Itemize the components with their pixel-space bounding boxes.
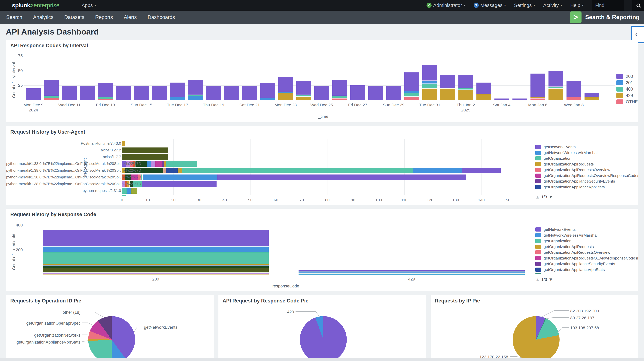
legend-item[interactable]: getOrganizationApplianceVpnStatuses [535,190,638,192]
legend-item[interactable]: getOrganizationApiRequestsOverview [535,250,638,255]
pie-chart[interactable] [88,316,135,358]
stacked-bar[interactable] [134,86,149,100]
legend-item[interactable]: getNetworkWirelessAirMarshal [535,150,638,156]
y-axis-tick-label: 200 [8,248,23,252]
legend-item[interactable]: getOrganizationApplianceVpnStats [535,184,638,190]
stacked-bar[interactable] [98,83,113,100]
appbar-item-datasets[interactable]: Datasets [64,14,84,20]
apps-menu[interactable]: Apps ▾ [82,2,96,8]
stacked-hbar[interactable] [122,195,126,196]
stacked-bar[interactable] [44,80,59,100]
stacked-bar[interactable] [476,82,491,100]
stacked-bar[interactable] [494,98,509,100]
stacked-bar[interactable] [422,65,437,100]
legend-item[interactable]: getOrganizationApiRequestsOverviewRespon… [535,173,638,178]
stacked-bar[interactable] [242,86,257,100]
help-menu[interactable]: Help ▾ [570,2,584,8]
bar-segment [584,98,599,100]
stacked-bar[interactable] [298,270,525,275]
stacked-hbar[interactable] [122,141,124,146]
legend-page-down-icon[interactable]: ▼ [548,194,553,200]
stacked-bar[interactable] [530,74,545,100]
stacked-bar[interactable] [386,86,401,100]
stacked-bar[interactable] [566,81,581,100]
appbar-item-analytics[interactable]: Analytics [33,14,54,20]
stacked-hbar[interactable] [122,148,168,153]
find-search-box[interactable] [592,0,624,11]
legend-page-down-icon[interactable]: ▼ [548,277,553,282]
legend-item[interactable]: OTHER [616,99,638,105]
stacked-hbar[interactable] [122,188,137,194]
legend-item[interactable]: getOrganization [535,156,638,161]
search-button[interactable] [632,0,644,11]
legend-item[interactable]: getNetworkWirelessAirMarshal [535,232,638,238]
stacked-bar[interactable] [260,83,275,100]
stacked-hbar[interactable] [122,174,466,180]
stacked-bar[interactable] [350,85,365,100]
splunk-logo[interactable]: splunk > enterprise [12,2,60,9]
x-axis-tick-label: 140 [476,198,487,202]
bar-segment [298,271,525,272]
bar-segment [164,161,166,166]
legend-item[interactable]: 400 [616,86,638,92]
legend-page-up-icon[interactable]: ▲ [535,277,540,282]
stacked-bar[interactable] [42,230,269,275]
appbar-item-alerts[interactable]: Alerts [124,14,137,20]
bar-segment [224,86,239,100]
stacked-bar[interactable] [404,72,419,100]
legend-page-up-icon[interactable]: ▲ [535,194,540,200]
stacked-bar[interactable] [548,71,563,100]
panel-title: Request History by Response Code [10,212,96,218]
settings-menu[interactable]: Settings ▾ [514,2,535,8]
stacked-bar[interactable] [440,75,455,100]
pie-chart[interactable] [300,316,347,358]
stacked-bar[interactable] [332,80,347,100]
appbar-item-search[interactable]: Search [6,14,22,20]
bar-segment [147,161,151,166]
stacked-bar[interactable] [188,80,203,100]
stacked-bar[interactable] [152,86,167,100]
stacked-bar[interactable] [584,93,599,100]
stacked-bar[interactable] [26,88,41,100]
stacked-bar[interactable] [458,75,473,100]
stacked-bar[interactable] [296,81,311,100]
horizontal-scrollbar[interactable] [0,358,644,361]
legend-item[interactable]: getOrganizationApplianceVpnStats [535,267,638,273]
stacked-hbar[interactable] [122,154,168,160]
stacked-bar[interactable] [224,86,239,100]
appbar-item-dashboards[interactable]: Dashboards [148,14,175,20]
stacked-bar[interactable] [512,98,527,100]
appbar-item-reports[interactable]: Reports [95,14,113,20]
legend-item[interactable]: getOrganizationApiRequestsO...viewRespon… [535,255,638,261]
messages-menu[interactable]: 3 Messages ▾ [474,2,506,8]
legend-item[interactable]: 200 [616,73,638,80]
legend-item[interactable]: getOrganizationApplianceSecurityEvents [535,178,638,184]
stacked-bar[interactable] [206,86,221,100]
legend-item[interactable]: getOrganization [535,238,638,244]
pie-chart[interactable] [513,316,560,358]
stacked-bar[interactable] [278,77,293,100]
current-app[interactable]: > Search & Reporting [570,12,640,23]
tick-line: Mon Dec 23 [270,102,302,108]
legend-item[interactable]: getOrganizationApplianceVpnStatuses [535,272,638,274]
bar-segment [298,272,525,273]
legend-item[interactable]: getOrganizationApiRequests [535,161,638,167]
legend-item[interactable]: 201 [616,80,638,86]
stacked-bar[interactable] [314,86,329,100]
stacked-hbar[interactable] [122,168,501,173]
stacked-bar[interactable] [62,86,77,100]
legend-item[interactable]: getOrganizationApplianceSecurityEvents [535,261,638,267]
stacked-bar[interactable] [80,86,95,100]
find-search-input[interactable] [595,3,614,8]
legend-item-label: 200 [626,74,633,79]
activity-menu[interactable]: Activity ▾ [543,2,562,8]
administrator-menu[interactable]: ✓ Administrator ▾ [426,2,465,8]
stacked-bar[interactable] [368,86,383,100]
legend-item[interactable]: getNetworkEvents [535,227,638,232]
legend-item[interactable]: getOrganizationApiRequestsOverview [535,167,638,173]
legend-item[interactable]: 429 [616,92,638,99]
stacked-bar[interactable] [170,82,185,100]
stacked-bar[interactable] [116,86,131,100]
legend-item[interactable]: getOrganizationApiRequests [535,244,638,250]
legend-item[interactable]: getNetworkEvents [535,144,638,150]
